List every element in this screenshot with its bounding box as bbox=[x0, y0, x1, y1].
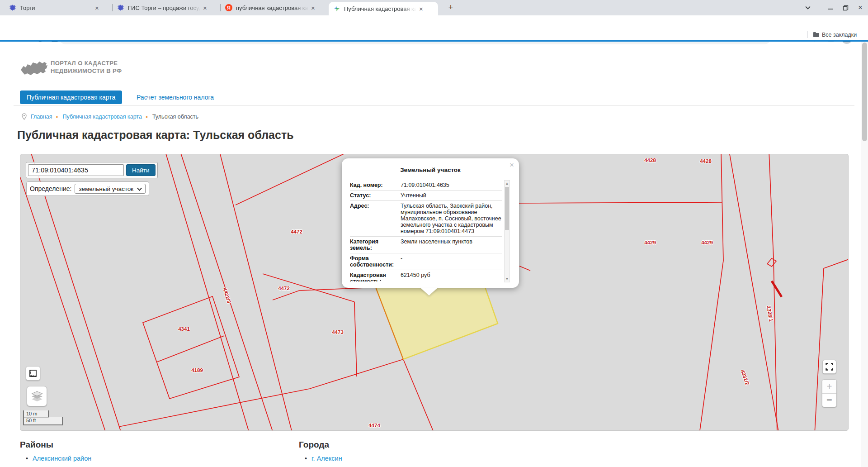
parcel-number-label: 4429 bbox=[644, 240, 656, 245]
zoom-control: + − bbox=[822, 379, 837, 407]
tab-search-chevron-icon[interactable] bbox=[801, 0, 815, 15]
tab-close-icon[interactable]: × bbox=[95, 4, 99, 12]
tab-strip: Торги × ГИС Торги – продажи госуд × Я пу… bbox=[0, 0, 868, 15]
new-tab-button[interactable]: + bbox=[445, 2, 456, 13]
tab-title: Публичная кадастровая ка bbox=[344, 5, 416, 12]
popup-row-label: Адрес: bbox=[350, 201, 396, 236]
cities-title: Города bbox=[299, 440, 329, 450]
svg-text:Я: Я bbox=[227, 5, 231, 10]
popup-row-label: Статус: bbox=[350, 191, 396, 200]
tab-land-tax-calc[interactable]: Расчет земельного налога bbox=[137, 91, 214, 104]
all-bookmarks-button[interactable]: Все закладки bbox=[822, 32, 857, 38]
search-panel: Найти bbox=[26, 162, 158, 178]
ruler-icon bbox=[28, 369, 38, 378]
object-type-value: земельный участок bbox=[79, 186, 133, 192]
popup-row: Статус:Учтенный bbox=[350, 191, 502, 201]
popup-row-value: 71:09:010401:4635 bbox=[396, 180, 502, 190]
tab-title: ГИС Торги – продажи госуд bbox=[128, 5, 200, 11]
popup-row-value: Тульская область, Заокский район, муници… bbox=[396, 201, 502, 236]
window-close-icon[interactable]: × bbox=[854, 0, 867, 15]
cities-list: г. Алексинг. Богородицк bbox=[305, 453, 352, 467]
breadcrumb-current: Тульская область bbox=[152, 114, 198, 120]
parcel-number-label: 4474 bbox=[368, 423, 380, 428]
measure-ruler-button[interactable] bbox=[26, 366, 40, 381]
page-title: Публичная кадастровая карта: Тульская об… bbox=[17, 129, 294, 142]
popup-row-label: Кадастровая стоимость: bbox=[350, 270, 396, 281]
popup-row-value: 621450 руб bbox=[396, 270, 502, 281]
tab-gis-torgi[interactable]: ГИС Торги – продажи госуд × bbox=[113, 0, 220, 15]
list-item: г. Алексин bbox=[305, 453, 352, 464]
parcel-number-label: 4472 bbox=[278, 286, 290, 291]
search-button[interactable]: Найти bbox=[126, 164, 156, 176]
parcel-number-label: 4472 bbox=[291, 229, 302, 234]
browser-toolbar: ik3map.roscadastres.com/map/tulskaya-obl… bbox=[0, 15, 868, 30]
page-scrollbar[interactable] bbox=[861, 42, 868, 467]
fullscreen-button[interactable] bbox=[822, 360, 836, 374]
parcel-number-label: 4429 bbox=[701, 240, 713, 245]
folder-icon bbox=[813, 32, 819, 38]
fullscreen-icon bbox=[826, 363, 833, 371]
cadastral-number-input[interactable] bbox=[28, 164, 124, 176]
list-item: Арсеньевский район bbox=[26, 464, 95, 467]
window-restore-icon[interactable] bbox=[839, 0, 852, 15]
parcel-number-label: 4428 bbox=[644, 157, 656, 163]
chevron-down-icon bbox=[137, 187, 142, 191]
scroll-down-icon[interactable]: ▼ bbox=[505, 277, 509, 281]
city-link[interactable]: г. Алексин bbox=[311, 455, 342, 462]
parcel-info-popup: × Земельный участок Кад. номер:71:09:010… bbox=[342, 158, 519, 288]
layers-button[interactable] bbox=[27, 386, 47, 406]
parcel-number-label: 2328/1 bbox=[766, 305, 774, 322]
scale-control: 10 m 50 ft bbox=[23, 410, 63, 425]
portal-logo-text: ПОРТАЛ О КАДАСТРЕ НЕДВИЖИМОСТИ В РФ bbox=[51, 59, 122, 75]
popup-scrollbar[interactable]: ▲ ▼ bbox=[504, 180, 510, 282]
breadcrumb-home-link[interactable]: Главная bbox=[31, 114, 52, 120]
popup-row: Форма собственности:- bbox=[350, 253, 502, 270]
browser-window: Торги × ГИС Торги – продажи госуд × Я пу… bbox=[0, 0, 868, 467]
parcel-number-label: 4428 bbox=[700, 158, 712, 164]
tab-title: Торги bbox=[20, 5, 92, 11]
breadcrumb: Главная ▸ Публичная кадастровая карта ▸ … bbox=[22, 113, 198, 120]
list-item: г. Богородицк bbox=[305, 464, 352, 467]
emblem-icon bbox=[117, 4, 124, 11]
parcel-number-label: 4332/2 bbox=[740, 369, 750, 386]
object-type-select[interactable]: земельный участок bbox=[75, 184, 146, 194]
zoom-out-button[interactable]: − bbox=[822, 393, 836, 407]
object-type-panel: Определение: земельный участок bbox=[26, 181, 149, 196]
scrollbar-thumb[interactable] bbox=[862, 43, 867, 141]
tab-cadastral-map-active[interactable]: Публичная кадастровая ка × bbox=[329, 2, 438, 15]
pinwheel-icon bbox=[333, 5, 340, 12]
divider bbox=[807, 31, 808, 38]
scroll-up-icon[interactable]: ▲ bbox=[505, 181, 509, 186]
zoom-in-button[interactable]: + bbox=[822, 380, 836, 393]
popup-close-icon[interactable]: × bbox=[509, 161, 514, 170]
popup-row-label: Кад. номер: bbox=[350, 180, 396, 190]
popup-row: Адрес:Тульская область, Заокский район, … bbox=[350, 201, 502, 237]
popup-row-value: - bbox=[396, 253, 502, 270]
district-link[interactable]: Алексинский район bbox=[33, 455, 91, 462]
cadastral-map[interactable]: 4428442844294429447244724341418944734474… bbox=[20, 154, 849, 431]
popup-row: Кад. номер:71:09:010401:4635 bbox=[350, 180, 502, 191]
popup-scrollbar-thumb[interactable] bbox=[505, 187, 509, 230]
emblem-icon bbox=[9, 4, 16, 11]
popup-row-value: Земли населенных пунктов bbox=[396, 237, 502, 253]
parcel-number-label: 4473 bbox=[332, 329, 344, 335]
window-minimize-icon[interactable] bbox=[824, 0, 837, 15]
districts-list: Алексинский районАрсеньевский район bbox=[26, 453, 95, 467]
popup-row: Категория земель:Земли населенных пункто… bbox=[350, 237, 502, 253]
list-item: Алексинский район bbox=[26, 453, 95, 464]
breadcrumb-map-link[interactable]: Публичная кадастровая карта bbox=[63, 114, 142, 120]
object-type-label: Определение: bbox=[30, 185, 71, 192]
location-pin-icon bbox=[22, 113, 27, 120]
districts-title: Районы bbox=[20, 440, 53, 450]
tab-close-icon[interactable]: × bbox=[419, 5, 423, 13]
tab-yandex-search[interactable]: Я публичная кадастровая ка × bbox=[221, 0, 328, 15]
parcel-number-label: 4189 bbox=[191, 367, 203, 373]
tab-torgi[interactable]: Торги × bbox=[5, 0, 112, 15]
tab-close-icon[interactable]: × bbox=[311, 4, 315, 12]
popup-tail bbox=[420, 288, 438, 295]
tab-close-icon[interactable]: × bbox=[203, 4, 207, 12]
scale-imperial: 50 ft bbox=[23, 417, 63, 425]
popup-row-value: Учтенный bbox=[396, 191, 502, 200]
tab-public-cadastral-map[interactable]: Публичная кадастровая карта bbox=[20, 91, 122, 104]
parcel-number-label: 4341 bbox=[178, 326, 190, 332]
